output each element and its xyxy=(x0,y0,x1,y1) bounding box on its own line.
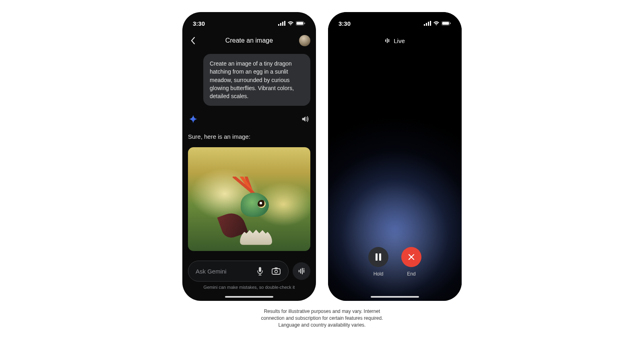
home-indicator[interactable] xyxy=(371,296,419,298)
cellular-icon xyxy=(424,21,431,26)
live-header: Live xyxy=(328,31,462,50)
speaker-icon[interactable] xyxy=(301,115,310,123)
gemini-spark-icon xyxy=(189,115,198,123)
home-indicator[interactable] xyxy=(225,296,273,298)
status-time: 3:30 xyxy=(193,20,205,27)
svg-rect-13 xyxy=(303,269,304,273)
phone-create-image: 3:30 Create an image Create an image of … xyxy=(182,12,316,301)
caption-line: Language and country availability varies… xyxy=(261,322,383,329)
hold-button[interactable] xyxy=(368,247,388,267)
status-icons xyxy=(424,21,451,26)
battery-icon xyxy=(296,21,305,26)
input-area: Ask Gemini Gemini can make mistakes, so … xyxy=(182,257,316,293)
input-disclaimer: Gemini can make mistakes, so double-chec… xyxy=(188,285,310,290)
waveform-icon xyxy=(385,38,390,43)
svg-rect-10 xyxy=(299,270,299,272)
back-button[interactable] xyxy=(188,36,198,45)
live-label: Live xyxy=(394,37,405,44)
svg-point-14 xyxy=(303,268,304,269)
prompt-placeholder: Ask Gemini xyxy=(196,268,252,275)
status-bar: 3:30 xyxy=(328,15,462,31)
dragon-illustration xyxy=(225,177,281,241)
svg-rect-25 xyxy=(376,253,378,261)
chat-body: Create an image of a tiny dragon hatchin… xyxy=(182,50,316,257)
svg-rect-11 xyxy=(300,269,301,274)
svg-rect-1 xyxy=(280,23,281,26)
svg-rect-8 xyxy=(272,269,280,274)
svg-rect-18 xyxy=(430,21,431,26)
app-header: Create an image xyxy=(182,31,316,50)
live-controls: Hold End xyxy=(328,247,462,293)
svg-rect-17 xyxy=(428,22,429,26)
marketing-caption: Results for illustrative purposes and ma… xyxy=(261,308,383,328)
end-label: End xyxy=(407,271,415,277)
svg-rect-7 xyxy=(259,267,261,272)
status-icons xyxy=(278,21,305,26)
svg-point-9 xyxy=(275,270,278,273)
caption-line: connection and subscription for certain … xyxy=(261,315,383,322)
status-bar: 3:30 xyxy=(182,15,316,31)
svg-rect-3 xyxy=(284,21,285,26)
wifi-icon xyxy=(287,21,294,26)
user-message-bubble: Create an image of a tiny dragon hatchin… xyxy=(203,54,310,106)
camera-button[interactable] xyxy=(268,263,284,279)
live-voice-button[interactable] xyxy=(293,262,310,280)
phone-live: 3:30 Live Hold xyxy=(328,12,462,301)
battery-icon xyxy=(442,21,451,26)
svg-rect-16 xyxy=(426,23,427,26)
svg-rect-24 xyxy=(388,39,389,42)
svg-rect-20 xyxy=(442,22,449,25)
assistant-response-header xyxy=(188,115,310,123)
svg-rect-5 xyxy=(297,22,303,25)
svg-rect-23 xyxy=(387,38,388,43)
svg-rect-22 xyxy=(385,39,386,42)
pause-icon xyxy=(375,253,382,261)
status-time: 3:30 xyxy=(339,20,351,27)
mic-button[interactable] xyxy=(252,263,268,279)
svg-rect-15 xyxy=(424,24,425,26)
svg-rect-2 xyxy=(282,22,283,26)
svg-rect-6 xyxy=(304,23,305,24)
wifi-icon xyxy=(433,21,440,26)
caption-line: Results for illustrative purposes and ma… xyxy=(261,308,383,315)
page-title: Create an image xyxy=(225,37,273,44)
hold-label: Hold xyxy=(374,271,384,277)
end-button[interactable] xyxy=(401,247,421,267)
prompt-input[interactable]: Ask Gemini xyxy=(188,261,289,282)
assistant-reply-text: Sure, here is an image: xyxy=(188,133,310,140)
avatar[interactable] xyxy=(299,35,310,46)
svg-rect-0 xyxy=(278,24,279,26)
close-icon xyxy=(408,254,415,260)
svg-rect-12 xyxy=(302,268,303,274)
svg-rect-26 xyxy=(379,253,381,261)
svg-rect-21 xyxy=(450,23,451,24)
cellular-icon xyxy=(278,21,285,26)
generated-image[interactable] xyxy=(188,147,310,251)
